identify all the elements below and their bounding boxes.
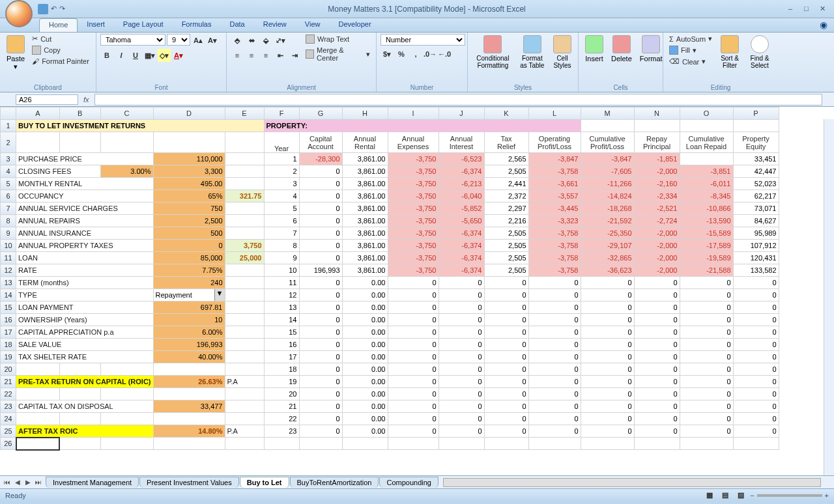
cell-value[interactable]: 110,000 [153, 153, 225, 165]
cell-value[interactable]: 196,993 [153, 339, 225, 351]
page-layout-view-button[interactable]: ▤ [719, 489, 732, 502]
cell-value[interactable]: 2,500 [153, 215, 225, 227]
col-header-H[interactable]: H [342, 107, 388, 120]
tab-developer[interactable]: Developer [329, 18, 380, 32]
col-header-E[interactable]: E [225, 107, 264, 120]
cell-value[interactable]: 65% [153, 190, 225, 203]
font-color-button[interactable]: A▾ [172, 49, 185, 62]
normal-view-button[interactable]: ▦ [703, 489, 716, 502]
formula-input[interactable] [94, 94, 822, 105]
col-header-P[interactable]: P [733, 107, 779, 120]
sheet-tab-compounding[interactable]: Compounding [379, 477, 439, 488]
type-dropdown[interactable]: Repayment▼ [153, 289, 225, 301]
paste-button[interactable]: Paste▾ [4, 34, 27, 72]
bold-button[interactable]: B [100, 49, 113, 62]
align-middle-button[interactable]: ⬌ [245, 34, 258, 47]
cell-value[interactable]: 85,000 [153, 252, 225, 264]
border-button[interactable]: ▦▾ [143, 49, 156, 62]
cell-value[interactable]: 7.75% [153, 264, 225, 277]
cell-value[interactable]: 750 [153, 203, 225, 215]
col-header-O[interactable]: O [680, 107, 733, 120]
grow-font-button[interactable]: A▴ [192, 34, 205, 47]
comma-button[interactable]: , [409, 48, 422, 61]
increase-decimal-button[interactable]: .0→ [424, 48, 437, 61]
cell-value[interactable]: 495.00 [153, 178, 225, 190]
cell-styles-button[interactable]: Cell Styles [551, 34, 574, 70]
cell-value[interactable]: 10 [153, 314, 225, 326]
tab-view[interactable]: View [296, 18, 330, 32]
horizontal-scrollbar[interactable] [443, 478, 821, 487]
tab-data[interactable]: Data [220, 18, 253, 32]
tab-insert[interactable]: Insert [78, 18, 114, 32]
font-size-select[interactable]: 9 [167, 34, 190, 46]
last-sheet-button[interactable]: ⏭ [34, 478, 43, 487]
currency-button[interactable]: $▾ [381, 48, 394, 61]
cell-value[interactable]: 321.75 [225, 190, 264, 203]
cell-value[interactable]: 33,477 [153, 400, 225, 413]
cell-value[interactable]: 0 [153, 240, 225, 252]
close-button[interactable]: ✕ [820, 5, 831, 14]
cell-value[interactable]: 3,750 [225, 240, 264, 252]
underline-button[interactable]: U [129, 49, 142, 62]
sort-filter-button[interactable]: Sort & Filter [717, 34, 743, 70]
italic-button[interactable]: I [115, 49, 128, 62]
save-icon[interactable] [38, 4, 48, 14]
clear-button[interactable]: ⌫Clear▾ [667, 57, 714, 66]
col-header-L[interactable]: L [528, 107, 581, 120]
col-header-G[interactable]: G [299, 107, 342, 120]
orientation-button[interactable]: ⤢▾ [274, 34, 287, 47]
zoom-in-button[interactable]: + [825, 492, 829, 499]
cell-value[interactable]: 3,300 [153, 165, 225, 178]
tab-review[interactable]: Review [254, 18, 296, 32]
cell-value[interactable]: 6.00% [153, 326, 225, 339]
cell-value[interactable]: 240 [153, 277, 225, 289]
decrease-indent-button[interactable]: ⇤ [274, 49, 287, 62]
worksheet[interactable]: ABCDEFGHIJKLMNOP1BUY TO LET INVESTMENT R… [0, 107, 834, 475]
insert-cells-button[interactable]: Insert [582, 34, 606, 64]
align-center-button[interactable]: ≡ [245, 49, 258, 62]
vertical-scrollbar[interactable] [824, 119, 834, 475]
cell-value[interactable]: 25,000 [225, 252, 264, 264]
cell-value[interactable]: 697.81 [153, 301, 225, 314]
next-sheet-button[interactable]: ▶ [23, 478, 33, 487]
align-top-button[interactable]: ⬘ [231, 34, 244, 47]
fill-button[interactable]: Fill▾ [667, 45, 714, 55]
find-select-button[interactable]: Find & Select [745, 34, 774, 70]
fx-icon[interactable]: fx [83, 96, 89, 104]
fill-color-button[interactable]: ◇▾ [158, 49, 171, 62]
redo-icon[interactable]: ↷ [59, 5, 65, 13]
zoom-slider[interactable] [757, 494, 822, 497]
cell-value[interactable]: 500 [153, 227, 225, 240]
shrink-font-button[interactable]: A▾ [206, 34, 219, 47]
col-header-I[interactable]: I [388, 107, 439, 120]
office-button[interactable] [5, 0, 33, 27]
sheet-tab-present-investment-values[interactable]: Present Investment Values [139, 477, 239, 488]
cell-value[interactable]: 3.00% [100, 165, 153, 178]
tab-home[interactable]: Home [39, 18, 78, 32]
cell-value[interactable]: 26.63% [153, 376, 225, 388]
col-header-K[interactable]: K [484, 107, 528, 120]
zoom-out-button[interactable]: − [750, 492, 754, 499]
font-name-select[interactable]: Tahoma [100, 34, 165, 46]
format-cells-button[interactable]: Format [637, 34, 665, 64]
first-sheet-button[interactable]: ⏮ [3, 478, 12, 487]
copy-button[interactable]: Copy [30, 45, 91, 55]
format-painter-button[interactable]: 🖌Format Painter [30, 57, 91, 66]
prev-sheet-button[interactable]: ◀ [13, 478, 22, 487]
merge-center-button[interactable]: Merge & Center▾ [304, 46, 372, 63]
col-header-M[interactable]: M [581, 107, 634, 120]
undo-icon[interactable]: ↶ [51, 5, 57, 13]
format-as-table-button[interactable]: Format as Table [517, 34, 548, 70]
col-header-C[interactable]: C [100, 107, 153, 120]
sheet-tab-buy-to-let[interactable]: Buy to Let [240, 477, 289, 488]
number-format-select[interactable]: Number [381, 34, 465, 46]
increase-indent-button[interactable]: ⇥ [288, 49, 301, 62]
page-break-view-button[interactable]: ▧ [734, 489, 747, 502]
tab-formulas[interactable]: Formulas [173, 18, 221, 32]
cell-value[interactable]: 40.00% [153, 351, 225, 363]
cell-value[interactable]: 14.80% [153, 425, 225, 438]
col-header-F[interactable]: F [264, 107, 299, 120]
maximize-button[interactable]: □ [804, 5, 816, 14]
col-header-J[interactable]: J [439, 107, 484, 120]
autosum-button[interactable]: Σ AutoSum▾ [667, 34, 714, 44]
